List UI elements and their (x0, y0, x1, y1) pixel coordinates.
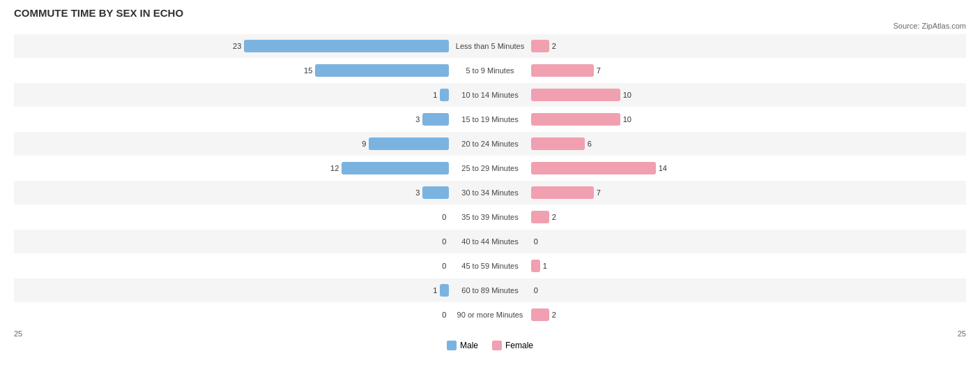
male-side: 1 (14, 284, 452, 297)
female-bar (531, 308, 549, 321)
female-value: 10 (623, 91, 634, 99)
table-row: 0 45 to 59 Minutes 1 (14, 254, 966, 278)
female-value: 0 (534, 237, 545, 246)
female-value: 14 (659, 164, 670, 172)
female-side: 2 (528, 40, 966, 52)
legend-male: Male (447, 341, 478, 350)
male-side: 1 (14, 89, 452, 101)
row-label: 35 to 39 Minutes (452, 213, 528, 221)
row-label: Less than 5 Minutes (452, 42, 528, 50)
female-bar (531, 137, 585, 150)
female-side: 2 (528, 211, 966, 223)
female-side: 7 (528, 64, 966, 77)
table-row: 3 30 to 34 Minutes 7 (14, 181, 966, 204)
female-value: 6 (588, 140, 599, 148)
female-value: 0 (534, 286, 545, 295)
row-label: 30 to 34 Minutes (452, 188, 528, 197)
female-bar (531, 211, 549, 223)
male-value: 0 (435, 237, 446, 246)
chart-container: 23 Less than 5 Minutes 2 15 5 to 9 Minut… (14, 34, 966, 327)
row-label: 20 to 24 Minutes (452, 140, 528, 148)
legend-female: Female (492, 341, 533, 350)
female-value: 2 (552, 213, 563, 221)
female-side: 14 (528, 162, 966, 174)
female-bar (531, 113, 620, 126)
legend-male-label: Male (460, 341, 478, 350)
page-title: COMMUTE TIME BY SEX IN ECHO (14, 7, 966, 19)
row-label: 15 to 19 Minutes (452, 115, 528, 124)
female-side: 10 (528, 113, 966, 126)
female-value: 2 (552, 42, 563, 50)
source-label: Source: ZipAtlas.com (14, 22, 966, 30)
male-side: 0 (14, 308, 452, 321)
male-side: 3 (14, 113, 452, 126)
table-row: 0 40 to 44 Minutes 0 (14, 230, 966, 253)
female-side: 1 (528, 260, 966, 272)
male-side: 0 (14, 211, 452, 223)
male-value: 23 (230, 42, 241, 50)
male-bar (422, 113, 449, 126)
y-axis-left: 25 (14, 329, 22, 338)
legend-female-label: Female (505, 341, 533, 350)
row-label: 60 to 89 Minutes (452, 286, 528, 295)
male-value: 1 (426, 91, 437, 99)
table-row: 1 10 to 14 Minutes 10 (14, 83, 966, 107)
table-row: 0 35 to 39 Minutes 2 (14, 205, 966, 229)
female-side: 0 (528, 284, 966, 297)
female-bar (531, 40, 549, 52)
y-axis-bottom: 25 25 (14, 329, 966, 338)
male-bar (440, 284, 449, 297)
male-bar (315, 64, 449, 77)
row-label: 10 to 14 Minutes (452, 91, 528, 99)
female-side: 2 (528, 308, 966, 321)
male-side: 12 (14, 162, 452, 174)
male-value: 3 (408, 115, 420, 124)
table-row: 23 Less than 5 Minutes 2 (14, 34, 966, 58)
table-row: 9 20 to 24 Minutes 6 (14, 132, 966, 156)
female-side: 10 (528, 89, 966, 101)
legend-male-box (447, 341, 457, 350)
female-value: 10 (623, 115, 634, 124)
female-bar (531, 260, 540, 272)
male-value: 0 (435, 262, 446, 270)
male-bar (369, 137, 449, 150)
female-side: 6 (528, 137, 966, 150)
table-row: 3 15 to 19 Minutes 10 (14, 107, 966, 131)
female-side: 0 (528, 235, 966, 248)
male-bar (440, 89, 449, 101)
table-row: 12 25 to 29 Minutes 14 (14, 156, 966, 180)
female-side: 7 (528, 186, 966, 199)
male-value: 9 (355, 140, 366, 148)
male-value: 12 (328, 164, 339, 172)
legend-female-box (492, 341, 502, 350)
male-value: 0 (435, 311, 446, 319)
male-value: 1 (426, 286, 437, 295)
female-bar (531, 89, 620, 101)
male-side: 15 (14, 64, 452, 77)
male-bar (342, 162, 449, 174)
female-value: 7 (597, 66, 608, 75)
male-bar (244, 40, 449, 52)
male-bar (422, 186, 449, 199)
row-label: 5 to 9 Minutes (452, 66, 528, 75)
male-side: 23 (14, 40, 452, 52)
male-value: 0 (435, 213, 446, 221)
male-side: 9 (14, 137, 452, 150)
female-bar (531, 186, 594, 199)
male-side: 0 (14, 235, 452, 248)
row-label: 90 or more Minutes (452, 311, 528, 319)
row-label: 45 to 59 Minutes (452, 262, 528, 270)
female-value: 7 (597, 188, 608, 197)
y-axis-right: 25 (958, 329, 966, 338)
female-value: 1 (543, 262, 554, 270)
male-side: 0 (14, 260, 452, 272)
male-value: 15 (301, 66, 312, 75)
row-label: 40 to 44 Minutes (452, 237, 528, 246)
female-bar (531, 162, 656, 174)
row-label: 25 to 29 Minutes (452, 164, 528, 172)
female-bar (531, 64, 594, 77)
table-row: 15 5 to 9 Minutes 7 (14, 59, 966, 82)
male-side: 3 (14, 186, 452, 199)
table-row: 1 60 to 89 Minutes 0 (14, 278, 966, 302)
male-value: 3 (408, 188, 420, 197)
